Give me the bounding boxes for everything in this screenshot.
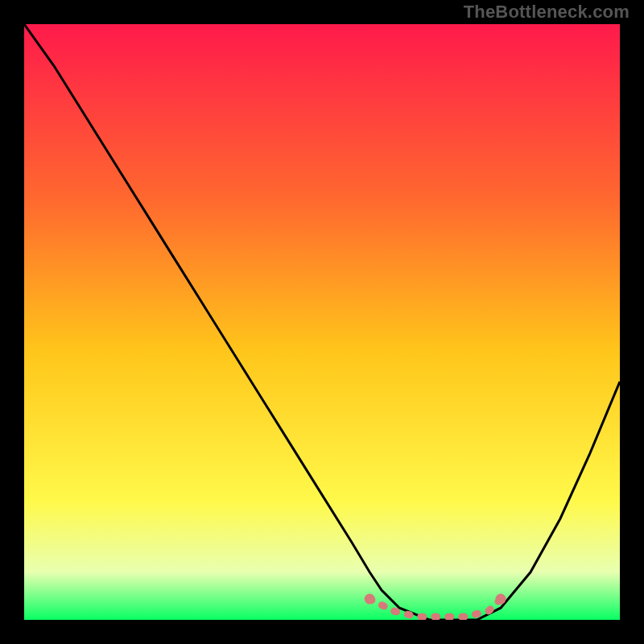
gradient-background — [24, 24, 620, 620]
optimal-band-endpoint — [496, 594, 506, 605]
bottleneck-chart — [24, 24, 620, 620]
chart-stage: TheBottleneck.com — [0, 0, 644, 644]
branding-watermark: TheBottleneck.com — [464, 2, 630, 23]
optimal-band-endpoint — [365, 594, 375, 605]
plot-area — [24, 24, 620, 620]
